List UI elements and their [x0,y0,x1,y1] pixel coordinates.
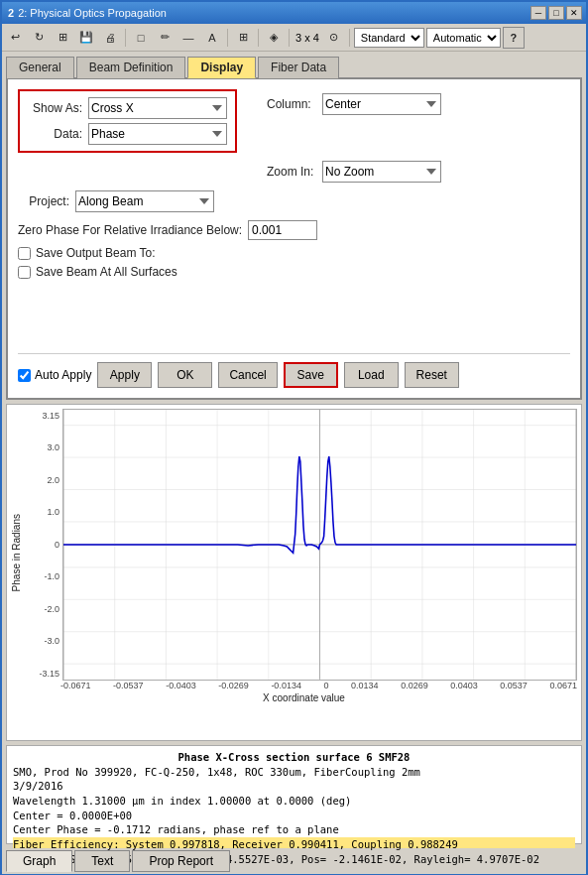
tab-general[interactable]: General [6,57,74,78]
title-bar: 2 2: Physical Optics Propagation ─ □ ✕ [2,2,586,24]
status-line4: Wavelength 1.31000 µm in index 1.00000 a… [13,794,575,809]
line-button[interactable]: — [177,27,199,49]
x-tick-7: 0.0134 [351,681,379,690]
tab-fiber-data[interactable]: Fiber Data [258,57,339,78]
y-tick-n3: -3.0 [31,636,59,646]
save-beam-surfaces-label: Save Beam At All Surfaces [36,265,177,279]
toolbar: ↩ ↻ ⊞ 💾 🖨 □ ✏ — A ⊞ ◈ 3 x 4 ⊙ Standard A… [2,24,586,52]
status-line1: Phase X-Cross section surface 6 SMF28 [13,750,575,765]
save-output-beam-row: Save Output Beam To: [18,246,570,260]
column-row: Column: Center Left Right [267,93,441,115]
main-window: 2 2: Physical Optics Propagation ─ □ ✕ ↩… [0,0,588,875]
y-tick-n1: -1.0 [31,571,59,581]
clock-button[interactable]: ⊙ [323,27,345,49]
window-icon: 2 [8,7,14,19]
text-tool-button[interactable]: A [201,27,223,49]
status-line6: Center Phase = -0.1712 radians, phase re… [13,822,575,837]
chart-inner: Phase in Radians 3.15 3.0 2.0 1.0 0 -1.0… [11,409,577,696]
x-tick-2: -0.0537 [113,681,144,690]
auto-apply-checkbox[interactable] [18,369,31,382]
bottom-tab-graph[interactable]: Graph [6,850,72,872]
ok-button[interactable]: OK [158,362,212,388]
x-tick-11: 0.0671 [549,681,577,690]
save-output-beam-label: Save Output Beam To: [36,246,156,260]
zero-phase-row: Zero Phase For Relative Irradiance Below… [18,220,570,240]
save-beam-surfaces-checkbox[interactable] [18,266,31,279]
data-select[interactable]: Phase Irradiance Amplitude Intensity [88,123,227,145]
grid-button[interactable]: ⊞ [232,27,254,49]
sep5 [349,29,350,47]
save-button[interactable]: Save [284,362,338,388]
show-as-select[interactable]: Cross X Cross Y Surface 3D [88,97,227,119]
chart-plot [62,409,577,681]
status-line5: Center = 0.0000E+00 [13,809,575,823]
save-beam-surfaces-row: Save Beam At All Surfaces [18,265,570,279]
zoom-label: Zoom In: [267,165,316,179]
x-tick-8: 0.0269 [401,681,428,690]
y-tick-bottom: -3.15 [31,669,59,679]
bottom-tab-prop-report[interactable]: Prop Report [132,850,230,872]
close-button[interactable]: ✕ [566,6,582,20]
project-select[interactable]: Along Beam Onto Surface [75,190,214,212]
save-output-beam-checkbox[interactable] [18,247,31,260]
sep1 [125,29,126,47]
chart-svg [63,410,576,680]
x-tick-3: -0.0403 [166,681,196,690]
window-title: 2: Physical Optics Propagation [18,7,167,19]
pencil-button[interactable]: ✏ [154,27,176,49]
minimize-button[interactable]: ─ [530,6,546,20]
auto-apply-label: Auto Apply [35,368,91,382]
load-button[interactable]: Load [344,362,399,388]
y-tick-1: 1.0 [31,507,59,517]
copy-button[interactable]: ⊞ [52,27,73,49]
tabs-bar: General Beam Definition Display Fiber Da… [2,52,586,77]
rect-button[interactable]: □ [130,27,152,49]
status-line2: SMO, Prod No 399920, FC-Q-250, 1x48, ROC… [13,765,575,780]
zero-phase-input[interactable] [248,220,317,240]
title-bar-left: 2 2: Physical Optics Propagation [8,7,167,19]
grid-size-label: 3 x 4 [294,32,321,44]
display-panel: Show As: Cross X Cross Y Surface 3D Data… [6,77,582,400]
refresh-button[interactable]: ↻ [28,27,50,49]
tab-beam-definition[interactable]: Beam Definition [76,57,186,78]
data-label: Data: [28,127,82,141]
bottom-tab-text[interactable]: Text [74,850,130,872]
column-select[interactable]: Center Left Right [322,93,441,115]
new-button[interactable]: ↩ [4,27,26,49]
y-axis-label: Phase in Radians [11,514,31,591]
project-row: Project: Along Beam Onto Surface [20,190,570,212]
apply-button[interactable]: Apply [97,362,152,388]
tab-display[interactable]: Display [187,57,256,78]
x-axis-label: X coordinate value [31,692,577,703]
settings-button[interactable]: ◈ [263,27,285,49]
auto-apply-group: Auto Apply [18,368,91,382]
automatic-dropdown[interactable]: Automatic [426,28,501,48]
show-as-label: Show As: [28,101,82,115]
title-bar-buttons: ─ □ ✕ [530,6,582,20]
maximize-button[interactable]: □ [548,6,564,20]
zero-phase-label: Zero Phase For Relative Irradiance Below… [18,223,242,237]
save-toolbar-button[interactable]: 💾 [75,27,97,49]
zoom-row: Zoom In: No Zoom 2x 4x 8x [267,161,441,183]
reset-button[interactable]: Reset [405,362,459,388]
y-tick-top: 3.15 [31,411,59,421]
zoom-select[interactable]: No Zoom 2x 4x 8x [322,161,441,183]
x-ticks: -0.0671 -0.0537 -0.0403 -0.0269 -0.0134 … [31,681,577,690]
x-tick-4: -0.0269 [218,681,249,690]
x-tick-10: 0.0537 [500,681,528,690]
button-row: Auto Apply Apply OK Cancel Save Load Res… [18,353,570,388]
x-tick-1: -0.0671 [60,681,91,690]
project-label: Project: [20,194,69,208]
column-label: Column: [267,97,316,111]
cancel-button[interactable]: Cancel [218,362,277,388]
print-button[interactable]: 🖨 [99,27,121,49]
column-zoom-group: Column: Center Left Right Zoom In: No Zo… [257,89,441,188]
standard-dropdown[interactable]: Standard [354,28,424,48]
help-button[interactable]: ? [503,27,525,49]
show-as-row: Show As: Cross X Cross Y Surface 3D [28,97,227,119]
sep3 [258,29,259,47]
x-tick-5: -0.0134 [271,681,301,690]
y-tick-2: 2.0 [31,475,59,485]
status-area: Phase X-Cross section surface 6 SMF28 SM… [6,745,582,844]
sep2 [227,29,228,47]
